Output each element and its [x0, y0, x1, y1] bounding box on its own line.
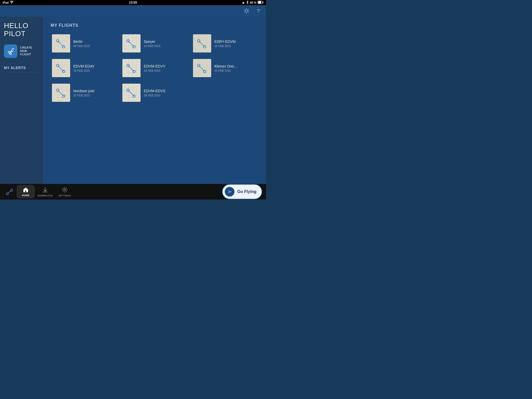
flight-info: EDVM-EDAY 15 FEB 2015: [73, 64, 116, 72]
flight-thumbnail: [52, 34, 70, 52]
svg-rect-1: [263, 2, 263, 3]
tab-settings[interactable]: SETTINGS: [56, 185, 74, 198]
flight-info: EDVM-EDVS 28 FEB 2015: [144, 89, 186, 97]
flight-name: EDVM-EDAY: [73, 64, 116, 68]
flight-date: 15 FEB 2015: [73, 69, 116, 72]
settings-icon: [62, 187, 68, 194]
tab-bar: HOME DOWNLOAD SETTINGS: [0, 184, 266, 200]
flight-thumbnail: [52, 84, 70, 102]
battery-icon: [258, 1, 263, 4]
location-icon: ▶: [243, 1, 245, 4]
flight-thumbnail: [122, 59, 141, 77]
create-flight-icon-box: [4, 44, 17, 58]
help-button[interactable]: ?: [254, 7, 262, 15]
flight-thumbnail: [122, 84, 141, 102]
tab-bar-left: HOME DOWNLOAD SETTINGS: [4, 185, 74, 198]
flight-info: EDRY-EDVM 15 FEB 2015: [214, 39, 257, 48]
device-label: iPad: [3, 1, 9, 4]
svg-rect-125: [122, 84, 141, 102]
svg-rect-50: [193, 34, 211, 52]
flight-name: EDVM-EDVS: [144, 89, 186, 93]
flight-info: Kleines Drei… 25 FEB 2015: [214, 64, 257, 72]
flight-info: Berlin 08 FEB 2015: [73, 39, 116, 48]
flight-date: 28 FEB 2015: [144, 94, 186, 97]
svg-point-142: [64, 189, 66, 190]
status-left: iPad: [3, 1, 14, 4]
svg-line-11: [245, 12, 245, 13]
flight-info: EDVM-EDVY 22 FEB 2015: [144, 64, 186, 72]
flight-item[interactable]: EDVM-EDVY 22 FEB 2015: [121, 58, 188, 78]
create-new-flight-button[interactable]: CREATE NEW FLIGHT: [4, 44, 39, 58]
flight-thumbnail: [122, 34, 141, 52]
tab-settings-label: SETTINGS: [58, 194, 71, 197]
go-flying-button[interactable]: Go Flying: [222, 184, 262, 199]
my-flights-title: MY FLIGHTS: [51, 23, 258, 28]
flight-item[interactable]: Berlin 08 FEB 2015: [51, 33, 117, 54]
status-right: ▶ 66 %: [243, 1, 263, 5]
flight-item[interactable]: EDRY-EDVM 15 FEB 2015: [192, 33, 258, 54]
flight-thumbnail: [193, 34, 211, 52]
top-bar: ?: [0, 5, 266, 17]
route-button[interactable]: [4, 186, 15, 197]
svg-line-8: [245, 9, 245, 10]
home-icon: [23, 187, 29, 194]
svg-rect-110: [52, 84, 70, 102]
content-area: MY FLIGHTS: [43, 17, 266, 184]
flight-date: 22 FEB 2015: [144, 69, 186, 72]
svg-point-3: [245, 10, 248, 12]
flight-name: Speyer: [144, 39, 186, 44]
tab-home-label: HOME: [22, 194, 30, 197]
status-time: 13:55: [129, 1, 137, 4]
alerts-title: MY ALERTS: [4, 66, 39, 72]
status-bar: iPad 13:55 ▶ 66 %: [0, 0, 266, 5]
greeting-line1: HELLO: [4, 22, 39, 30]
alerts-section: MY ALERTS: [4, 66, 39, 72]
create-flight-label: CREATE NEW FLIGHT: [20, 46, 39, 56]
svg-rect-2: [258, 1, 261, 4]
download-icon: [43, 187, 48, 194]
flight-date: 15 FEB 2015: [144, 44, 186, 48]
flight-item[interactable]: EDVM-EDAY 15 FEB 2015: [51, 58, 117, 78]
main-layout: HELLO PILOT CREATE NEW FLIGHT MY ALERTS: [0, 17, 266, 184]
svg-rect-95: [193, 59, 211, 77]
svg-point-14: [10, 53, 12, 55]
create-flight-icon: [6, 47, 15, 55]
flight-date: 25 FEB 2015: [73, 94, 116, 97]
go-flying-label: Go Flying: [237, 189, 256, 194]
tab-download-label: DOWNLOAD: [38, 194, 53, 197]
wifi-icon: [10, 1, 14, 4]
flight-item[interactable]: EDVM-EDVS 28 FEB 2015: [121, 82, 188, 103]
flight-name: EDVM-EDVY: [144, 64, 186, 68]
flight-name: Berlin: [73, 39, 116, 44]
svg-line-9: [248, 12, 248, 13]
flight-name: Nordsee juist: [73, 89, 116, 93]
flight-thumbnail: [52, 59, 70, 77]
flights-grid: Berlin 08 FEB 2015: [51, 33, 258, 103]
flight-date: 15 FEB 2015: [214, 44, 257, 48]
flight-name: EDRY-EDVM: [214, 39, 257, 44]
flight-info: Speyer 15 FEB 2015: [144, 39, 186, 48]
svg-rect-35: [122, 34, 141, 52]
svg-rect-80: [122, 59, 141, 77]
flight-item[interactable]: Nordsee juist 25 FEB 2015: [51, 82, 117, 103]
greeting: HELLO PILOT: [4, 22, 39, 38]
sidebar: HELLO PILOT CREATE NEW FLIGHT MY ALERTS: [0, 17, 43, 184]
battery-label: 66 %: [250, 1, 256, 4]
bluetooth-icon: [246, 1, 249, 5]
flight-item[interactable]: Kleines Drei… 25 FEB 2015: [192, 58, 258, 78]
flight-date: 25 FEB 2015: [214, 69, 257, 72]
flight-thumbnail: [193, 59, 211, 77]
svg-line-10: [248, 9, 248, 10]
tab-download[interactable]: DOWNLOAD: [36, 185, 54, 198]
flight-item[interactable]: Speyer 15 FEB 2015: [121, 33, 188, 54]
greeting-line2: PILOT: [4, 30, 39, 38]
flight-info: Nordsee juist 25 FEB 2015: [73, 89, 116, 97]
svg-rect-20: [52, 34, 70, 52]
tab-home[interactable]: HOME: [17, 185, 35, 198]
svg-rect-65: [52, 59, 70, 77]
flight-name: Kleines Drei…: [214, 64, 257, 68]
brightness-button[interactable]: [243, 7, 250, 15]
flight-date: 08 FEB 2015: [73, 44, 116, 48]
go-flying-plane-icon: [225, 187, 235, 197]
